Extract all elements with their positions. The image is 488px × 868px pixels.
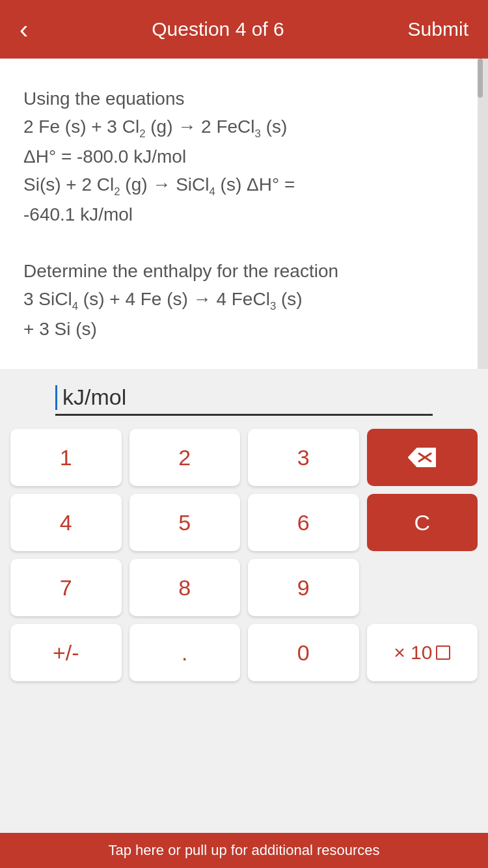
backspace-button[interactable]: [367, 429, 478, 486]
header: ‹ Question 4 of 6 Submit: [0, 0, 488, 59]
answer-input-wrapper[interactable]: kJ/mol: [55, 385, 433, 416]
x10-square-icon: [436, 645, 450, 660]
question-progress: Question 4 of 6: [152, 18, 284, 40]
key-6[interactable]: 6: [248, 494, 359, 551]
key-7[interactable]: 7: [10, 559, 122, 616]
x10-label: × 10: [394, 642, 432, 664]
cursor-bar: [55, 385, 57, 410]
keypad-row-1: 1 2 3: [10, 429, 478, 486]
submit-button[interactable]: Submit: [408, 18, 468, 40]
target-equation-2: + 3 Si (s): [23, 319, 97, 339]
equation-1: 2 Fe (s) + 3 Cl2 (g) → 2 FeCl3 (s): [23, 116, 287, 137]
clear-button[interactable]: C: [367, 494, 478, 551]
back-button[interactable]: ‹: [20, 16, 28, 42]
key-2[interactable]: 2: [129, 429, 241, 486]
unit-label: kJ/mol: [62, 385, 126, 410]
key-3[interactable]: 3: [248, 429, 359, 486]
keypad-row-2: 4 5 6 C: [10, 494, 478, 551]
question-prompt: Determine the enthalpy for the reaction: [23, 261, 338, 281]
input-area[interactable]: kJ/mol: [0, 369, 488, 429]
keypad: 1 2 3 4 5 6 C 7 8 9 +/- . 0: [0, 429, 488, 699]
bottom-bar-text: Tap here or pull up for additional resou…: [108, 842, 379, 859]
question-text: Using the equations 2 Fe (s) + 3 Cl2 (g)…: [23, 85, 459, 343]
equation-1-dh: ΔH° = -800.0 kJ/mol: [23, 146, 186, 167]
key-5[interactable]: 5: [129, 494, 241, 551]
key-9[interactable]: 9: [248, 559, 359, 616]
question-intro: Using the equations: [23, 88, 185, 109]
bottom-bar[interactable]: Tap here or pull up for additional resou…: [0, 833, 488, 868]
x10-button[interactable]: × 10: [367, 624, 478, 681]
target-equation-1: 3 SiCl4 (s) + 4 Fe (s) → 4 FeCl3 (s): [23, 289, 303, 309]
key-decimal[interactable]: .: [129, 624, 241, 681]
question-content: Using the equations 2 Fe (s) + 3 Cl2 (g)…: [0, 59, 488, 369]
key-4[interactable]: 4: [10, 494, 122, 551]
key-plus-minus[interactable]: +/-: [10, 624, 122, 681]
key-0[interactable]: 0: [248, 624, 359, 681]
keypad-row-3: 7 8 9: [10, 559, 478, 616]
keypad-row-4: +/- . 0 × 10: [10, 624, 478, 681]
key-8[interactable]: 8: [129, 559, 241, 616]
equation-2: Si(s) + 2 Cl2 (g) → SiCl4 (s) ΔH° =: [23, 174, 295, 195]
key-1[interactable]: 1: [10, 429, 122, 486]
clear-label: C: [414, 510, 430, 536]
equation-2-dh: -640.1 kJ/mol: [23, 204, 133, 224]
